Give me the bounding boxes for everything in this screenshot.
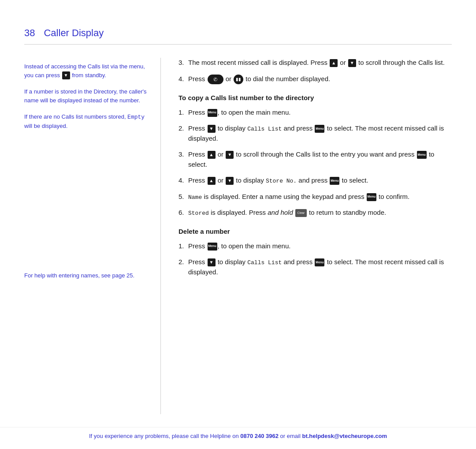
- menu-button-icon-6: Menu: [208, 243, 217, 251]
- section-heading-delete: Delete a number: [178, 228, 452, 235]
- content-area: Instead of accessing the Calls list via …: [24, 45, 452, 414]
- step-item: 3. The most recent missed call is displa…: [178, 58, 452, 68]
- footer: If you experience any problems, please c…: [0, 427, 476, 439]
- menu-button-icon-3: Menu: [417, 151, 427, 159]
- down-arrow-icon-2: [348, 59, 356, 67]
- pause-button-icon: ▮▮: [234, 75, 243, 84]
- step-item: 4. Press or to display Store No. and pre…: [178, 176, 452, 186]
- menu-button-icon-4: Menu: [330, 177, 339, 185]
- menu-button-icon-2: Menu: [315, 125, 324, 133]
- sidebar-note-2: If a number is stored in the Directory, …: [24, 87, 147, 105]
- sidebar-note-3: If there are no Calls list numbers store…: [24, 112, 147, 130]
- sidebar-note-4: For help with entering names, see page 2…: [24, 271, 147, 280]
- step-item: 6. Stored is displayed. Press and hold C…: [178, 208, 452, 218]
- down-arrow-icon-6: [208, 258, 216, 266]
- menu-button-icon-7: Menu: [315, 258, 324, 266]
- sidebar: Instead of accessing the Calls list via …: [24, 58, 161, 414]
- footer-phone: 0870 240 3962: [240, 433, 279, 439]
- up-arrow-icon: [330, 59, 338, 67]
- down-arrow-icon: [62, 71, 70, 79]
- footer-text: If you experience any problems, please c…: [89, 433, 387, 439]
- step-list-intro: 3. The most recent missed call is displa…: [178, 58, 452, 84]
- section-heading-copy: To copy a Calls list number to the direc…: [178, 94, 452, 101]
- down-arrow-icon-3: [208, 125, 216, 133]
- footer-email: bt.helpdesk@vtecheurope.com: [302, 433, 387, 439]
- step-item: 5. Name is displayed. Enter a name using…: [178, 192, 452, 202]
- sidebar-note-1: Instead of accessing the Calls list via …: [24, 62, 147, 79]
- down-arrow-icon-5: [226, 177, 234, 185]
- page-title: Caller Display: [44, 27, 104, 39]
- page-header: 38 Caller Display: [24, 0, 452, 45]
- menu-button-icon: Menu: [208, 109, 217, 117]
- step-item: 1. Press Menu, to open the main menu.: [178, 108, 452, 118]
- step-list-delete: 1. Press Menu, to open the main menu. 2.…: [178, 241, 452, 277]
- step-item: 3. Press or to scroll through the Calls …: [178, 150, 452, 169]
- step-item: 1. Press Menu, to open the main menu.: [178, 241, 452, 251]
- page: 38 Caller Display Instead of accessing t…: [0, 0, 476, 449]
- menu-button-icon-5: Menu: [367, 193, 376, 201]
- step-item: 4. Press or ▮▮ to dial the number displa…: [178, 74, 452, 84]
- up-arrow-icon-3: [208, 177, 216, 185]
- down-arrow-icon-4: [226, 151, 234, 159]
- up-arrow-icon-2: [208, 151, 216, 159]
- step-item: 2. Press to display Calls List and press…: [178, 123, 452, 143]
- call-button-icon: [208, 75, 223, 84]
- step-list-copy: 1. Press Menu, to open the main menu. 2.…: [178, 108, 452, 218]
- main-content: 3. The most recent missed call is displa…: [161, 58, 452, 414]
- page-number: 38: [24, 27, 35, 39]
- clear-button-icon: Clear: [295, 209, 307, 217]
- step-item: 2. Press to display Calls List and press…: [178, 257, 452, 277]
